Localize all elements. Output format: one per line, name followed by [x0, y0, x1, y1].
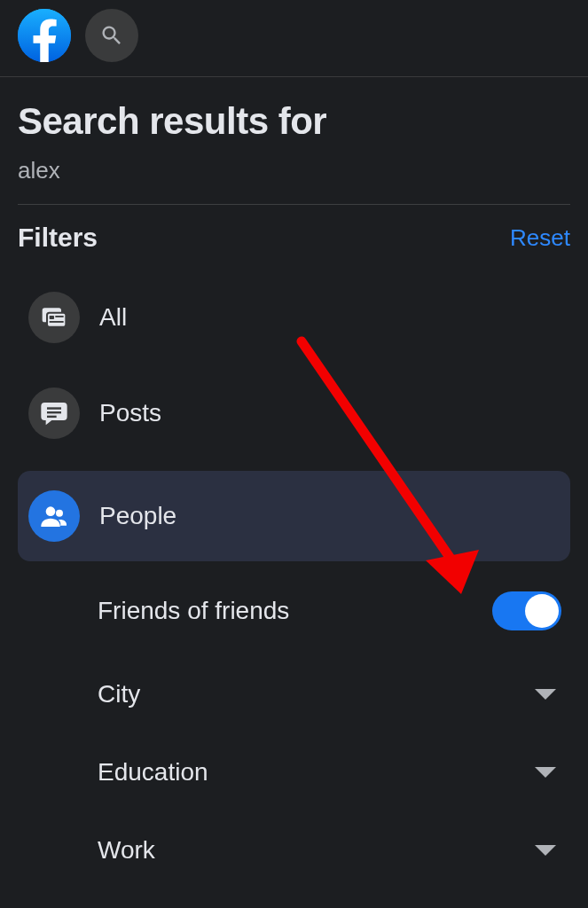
subfilter-education[interactable]: Education: [18, 748, 570, 797]
page-title: Search results for: [18, 100, 570, 143]
filters-header: Filters Reset: [18, 223, 570, 253]
subfilter-work-label: Work: [98, 836, 155, 865]
category-all-label: All: [99, 303, 127, 332]
all-icon: [28, 292, 80, 343]
chevron-down-icon: [535, 689, 556, 700]
search-button[interactable]: [85, 9, 138, 62]
category-list: All Posts People: [18, 279, 570, 561]
svg-rect-6: [47, 407, 61, 409]
chevron-down-icon: [535, 767, 556, 778]
subfilter-friends-of-friends[interactable]: Friends of friends: [18, 581, 570, 641]
facebook-logo-icon: [18, 9, 71, 62]
subfilter-list: Friends of friends City Education Work: [18, 581, 570, 875]
svg-rect-3: [50, 316, 54, 319]
people-icon: [28, 490, 80, 542]
search-query: alex: [18, 157, 570, 184]
top-bar: [0, 0, 588, 77]
toggle-knob: [525, 594, 559, 628]
divider: [18, 204, 570, 205]
category-posts[interactable]: Posts: [18, 375, 570, 451]
subfilter-city-label: City: [98, 680, 140, 708]
svg-rect-4: [55, 316, 63, 317]
search-icon: [99, 23, 124, 48]
subfilter-work[interactable]: Work: [18, 826, 570, 875]
category-posts-label: Posts: [99, 399, 161, 427]
reset-button[interactable]: Reset: [510, 224, 570, 252]
posts-icon: [28, 387, 80, 439]
svg-rect-8: [47, 416, 57, 418]
svg-rect-5: [50, 321, 64, 323]
subfilter-city[interactable]: City: [18, 669, 570, 719]
content: Search results for alex Filters Reset Al…: [0, 77, 588, 875]
svg-rect-2: [47, 313, 66, 327]
category-all[interactable]: All: [18, 279, 570, 356]
svg-rect-7: [47, 411, 61, 413]
chevron-down-icon: [535, 845, 556, 856]
category-people[interactable]: People: [18, 471, 570, 561]
facebook-logo[interactable]: [18, 9, 71, 62]
svg-point-10: [56, 510, 63, 517]
category-people-label: People: [99, 502, 176, 530]
subfilter-education-label: Education: [98, 758, 208, 787]
filters-title: Filters: [18, 223, 98, 253]
svg-point-9: [46, 506, 56, 516]
subfilter-friends-of-friends-label: Friends of friends: [98, 597, 289, 625]
friends-of-friends-toggle[interactable]: [492, 591, 561, 630]
